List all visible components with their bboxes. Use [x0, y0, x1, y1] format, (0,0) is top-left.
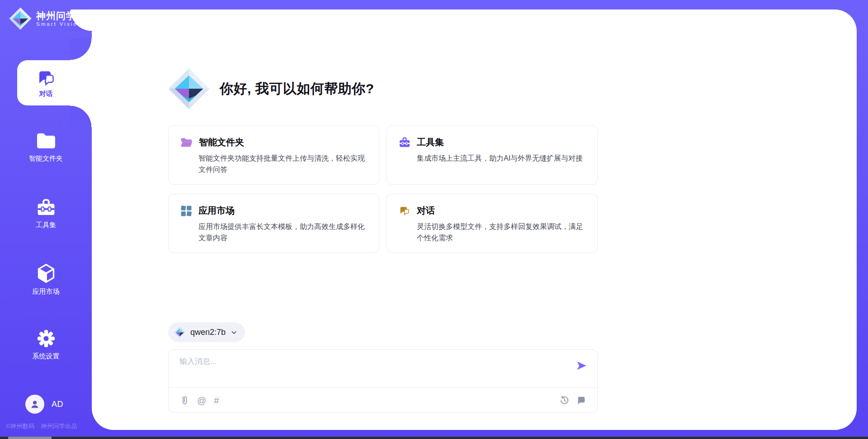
brand-diamond-icon: [9, 7, 32, 30]
cube-icon: [36, 263, 56, 283]
sidebar-item-app-market[interactable]: 应用市场: [0, 263, 92, 296]
folder-open-icon: [180, 137, 193, 148]
sidebar-item-chat[interactable]: 对话: [17, 60, 92, 105]
active-tab-connector-top: [70, 38, 92, 60]
toolbox-icon: [399, 137, 410, 148]
card-smart-folder[interactable]: 智能文件夹 智能文件夹功能支持批量文件上传与清洗，轻松实现文件问答: [168, 125, 379, 185]
bottom-edge-bar-segment: [8, 437, 52, 439]
card-description: 灵活切换多模型文件，支持多样回复效果调试，满足个性化需求: [399, 221, 585, 244]
card-app-market[interactable]: 应用市场 应用市场提供丰富长文本模板，助力高效生成多样化文章内容: [168, 194, 379, 253]
sidebar-item-label: 应用市场: [33, 287, 60, 296]
chat-icon: [37, 68, 56, 86]
avatar: [25, 395, 44, 414]
mention-icon[interactable]: @: [197, 396, 206, 405]
sidebar-item-toolset[interactable]: 工具集: [0, 198, 92, 229]
sidebar-item-label: 系统设置: [33, 352, 60, 361]
gear-icon: [37, 329, 56, 348]
hashtag-icon[interactable]: #: [214, 396, 219, 405]
sidebar: 神州问学 Smart Vision 对话 智能文件夹: [0, 0, 92, 439]
message-composer: @ #: [168, 349, 598, 413]
model-name: qwen2:7b: [190, 328, 226, 337]
sidebar-item-label: 工具集: [36, 221, 56, 229]
feature-cards: 智能文件夹 智能文件夹功能支持批量文件上传与清洗，轻松实现文件问答 工具集 集成…: [168, 125, 598, 253]
chevron-down-icon: [230, 329, 238, 336]
active-tab-connector-bottom: [70, 105, 92, 127]
message-input[interactable]: [179, 356, 559, 384]
attachment-icon[interactable]: [179, 395, 189, 406]
greeting-title: 你好, 我可以如何帮助你?: [220, 80, 374, 98]
sidebar-item-label: 智能文件夹: [29, 154, 63, 163]
card-description: 智能文件夹功能支持批量文件上传与清洗，轻松实现文件问答: [180, 153, 367, 176]
card-title: 智能文件夹: [199, 136, 244, 148]
composer-toolbar: @ #: [179, 388, 586, 413]
person-icon: [29, 398, 41, 410]
folder-icon: [36, 132, 57, 150]
card-title: 应用市场: [198, 205, 235, 217]
greeting-block: 你好, 我可以如何帮助你?: [168, 68, 374, 110]
sidebar-item-smart-folder[interactable]: 智能文件夹: [0, 132, 92, 163]
brand-name: 神州问学: [36, 10, 82, 21]
chat-icon: [399, 205, 410, 216]
sidebar-item-settings[interactable]: 系统设置: [0, 329, 92, 361]
user-profile[interactable]: AD: [25, 395, 63, 414]
card-description: 集成市场上主流工具，助力AI与外界无缝扩展与对接: [399, 153, 585, 164]
feedback-icon[interactable]: [576, 396, 586, 406]
model-selector[interactable]: qwen2:7b: [168, 322, 245, 342]
greeting-diamond-icon: [168, 68, 210, 110]
history-icon[interactable]: [559, 395, 570, 406]
toolbox-icon: [36, 198, 56, 217]
card-chat[interactable]: 对话 灵活切换多模型文件，支持多样回复效果调试，满足个性化需求: [387, 194, 598, 253]
card-toolset[interactable]: 工具集 集成市场上主流工具，助力AI与外界无缝扩展与对接: [387, 125, 598, 185]
bottom-edge-bar: [0, 437, 868, 439]
card-title: 对话: [417, 205, 435, 217]
app-window: 神州问学 Smart Vision 对话 智能文件夹: [0, 0, 868, 439]
brand-subtitle: Smart Vision: [36, 21, 82, 27]
brand-logo: 神州问学 Smart Vision: [9, 7, 82, 30]
appstore-icon: [180, 205, 192, 217]
card-title: 工具集: [417, 136, 444, 148]
send-icon[interactable]: [576, 360, 587, 372]
model-diamond-icon: [174, 326, 186, 339]
card-description: 应用市场提供丰富长文本模板，助力高效生成多样化文章内容: [180, 221, 367, 244]
user-initials: AD: [52, 400, 63, 409]
copyright-footer: ©神州数码 · 神州问学出品: [6, 422, 77, 430]
content-area: 你好, 我可以如何帮助你? 智能文件夹 智能文件夹功能支持批量文件上传与清洗，轻…: [168, 10, 598, 430]
sidebar-item-label: 对话: [39, 90, 53, 98]
